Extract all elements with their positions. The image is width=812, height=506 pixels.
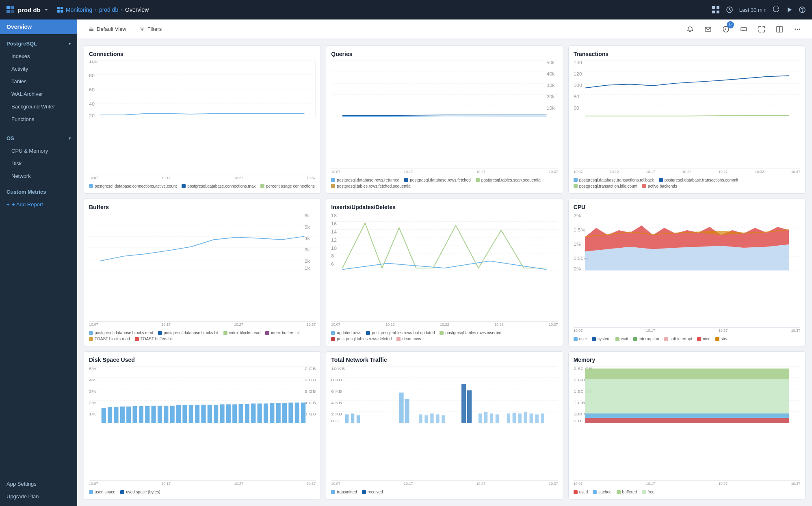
breadcrumb-monitoring[interactable]: Monitoring <box>66 6 92 13</box>
split-view-icon[interactable] <box>773 23 786 36</box>
main-layout: Overview PostgreSQL ▾ Indexes Activity T… <box>0 19 812 506</box>
sidebar-item-functions[interactable]: Functions <box>0 113 77 125</box>
inserts-chart-area: 18 16 14 12 10 8 6 <box>331 214 558 322</box>
disk-space-chart-title: Disk Space Used <box>89 357 316 363</box>
sidebar-item-tables[interactable]: Tables <box>0 75 77 88</box>
dashboard-grid: Connections 100 80 60 40 20 <box>77 39 812 506</box>
queries-svg: 50k 40k 30k 20k 10k <box>331 61 558 117</box>
svg-text:3%: 3% <box>89 389 96 393</box>
svg-text:1k: 1k <box>304 266 310 270</box>
db-dropdown-icon[interactable] <box>44 7 49 12</box>
grid-icon[interactable] <box>712 6 720 14</box>
db-name: prod db <box>18 6 41 13</box>
cpu-legend: user system wait interruption soft inter… <box>574 337 800 341</box>
svg-rect-174 <box>467 391 472 424</box>
svg-text:50k: 50k <box>547 61 555 65</box>
sidebar-item-app-settings[interactable]: App Settings <box>0 478 77 490</box>
play-icon[interactable] <box>786 6 793 13</box>
buffers-svg: 6k 5k 4k 3k 2k 1k <box>89 214 316 270</box>
svg-point-32 <box>797 28 798 30</box>
queries-chart-title: Queries <box>331 51 558 57</box>
refresh-icon[interactable] <box>773 6 780 13</box>
svg-rect-151 <box>276 403 281 424</box>
sidebar-os-section: OS ▾ CPU & Memory Disk Network <box>0 129 77 186</box>
network-x-labels: 10:0710:1710:2710:37 <box>331 481 558 487</box>
sidebar-item-wal-archiver[interactable]: WAL Archiver <box>0 88 77 100</box>
svg-rect-153 <box>288 403 293 424</box>
svg-point-33 <box>799 28 800 30</box>
svg-text:2%: 2% <box>89 400 96 404</box>
svg-text:1 GB: 1 GB <box>574 400 585 404</box>
network-svg: 10 KB 8 KB 6 KB 4 KB 2 KB 0 B <box>331 366 558 423</box>
sidebar-os-header[interactable]: OS ▾ <box>0 132 77 145</box>
svg-rect-146 <box>245 404 249 423</box>
svg-text:10 KB: 10 KB <box>331 366 345 370</box>
topbar: prod db Monitoring › prod db › Overview … <box>0 0 812 19</box>
svg-rect-135 <box>176 405 181 423</box>
svg-rect-9 <box>717 6 719 9</box>
svg-text:18: 18 <box>331 214 337 218</box>
menu-icon <box>89 26 94 32</box>
svg-rect-126 <box>120 407 125 423</box>
sidebar-item-upgrade-plan[interactable]: Upgrade Plan <box>0 490 77 503</box>
connections-chart-area: 100 80 60 40 20 <box>89 61 316 175</box>
os-chevron-icon: ▾ <box>69 136 71 141</box>
svg-rect-132 <box>158 406 162 423</box>
queries-chart-area: 50k 40k 30k 20k 10k <box>331 61 558 169</box>
inserts-x-labels: 10:0710:1210:2210:3210:37 <box>331 322 558 327</box>
sidebar-add-report[interactable]: + + Add Report <box>0 198 77 211</box>
svg-text:10k: 10k <box>547 106 555 110</box>
sidebar-item-background-writer[interactable]: Background Writer <box>0 100 77 113</box>
alert-bell-icon[interactable] <box>684 23 697 36</box>
content-area: Default View Filters 0 <box>77 19 812 506</box>
svg-rect-173 <box>461 384 466 423</box>
svg-text:140: 140 <box>574 61 582 65</box>
breadcrumb-page: Overview <box>125 6 149 13</box>
transactions-legend: postgresql.database.transactions.rollbac… <box>574 178 800 188</box>
app-logo-icon[interactable] <box>6 6 15 14</box>
add-report-plus-icon: + <box>6 201 10 208</box>
memory-chart-area: 2.50 GB 2 GB 1.50 GB 1 GB 500 MB 0 B <box>574 366 800 481</box>
network-chart-card: Total Network Traffic 10 KB 8 KB 6 KB 4 … <box>326 351 563 500</box>
keyboard-icon[interactable] <box>737 23 750 36</box>
buffers-x-labels: 10:0710:1710:2710:37 <box>89 322 316 327</box>
svg-rect-22 <box>705 27 711 31</box>
svg-rect-11 <box>717 11 719 13</box>
history-icon[interactable]: 0 <box>719 23 732 36</box>
sidebar-item-activity[interactable]: Activity <box>0 63 77 75</box>
filters-button[interactable]: Filters <box>136 24 165 34</box>
svg-text:14: 14 <box>331 230 337 234</box>
sidebar-item-disk[interactable]: Disk <box>0 157 77 170</box>
email-icon[interactable] <box>702 23 715 36</box>
fullscreen-icon[interactable] <box>755 23 768 36</box>
inserts-svg: 18 16 14 12 10 8 6 <box>331 214 558 270</box>
svg-text:2 GB: 2 GB <box>574 378 585 382</box>
svg-text:12: 12 <box>331 238 337 242</box>
svg-text:7 GB: 7 GB <box>304 366 316 370</box>
sidebar-item-indexes[interactable]: Indexes <box>0 50 77 63</box>
breadcrumb: Monitoring › prod db › Overview <box>57 6 149 13</box>
more-options-icon[interactable] <box>791 23 804 36</box>
breadcrumb-db[interactable]: prod db <box>99 6 118 13</box>
connections-chart-card: Connections 100 80 60 40 20 <box>84 45 321 194</box>
svg-text:80: 80 <box>574 95 579 99</box>
sidebar-item-overview[interactable]: Overview <box>0 19 77 34</box>
toolbar-right: 0 <box>684 23 804 36</box>
default-view-button[interactable]: Default View <box>85 24 130 34</box>
connections-x-labels: 10:0710:1710:2710:37 <box>89 175 316 181</box>
svg-text:5 GB: 5 GB <box>304 389 316 393</box>
svg-rect-171 <box>399 393 404 423</box>
memory-svg: 2.50 GB 2 GB 1.50 GB 1 GB 500 MB 0 B <box>574 366 800 423</box>
help-icon[interactable] <box>799 6 806 13</box>
cpu-chart-area: 2% 1.5% 1% 0.50% 0% <box>574 214 800 328</box>
cpu-x-labels: 10:0710:1710:2710:37 <box>574 328 800 333</box>
transactions-svg: 140 120 100 80 60 <box>574 61 800 117</box>
sidebar-postgresql-header[interactable]: PostgreSQL ▾ <box>0 37 77 50</box>
svg-rect-129 <box>139 406 143 423</box>
time-range[interactable]: Last 30 min <box>739 7 767 13</box>
svg-rect-154 <box>295 403 299 424</box>
svg-rect-139 <box>201 405 206 423</box>
sidebar-item-cpu-memory[interactable]: CPU & Memory <box>0 145 77 157</box>
sidebar-item-network[interactable]: Network <box>0 170 77 182</box>
svg-text:2 KB: 2 KB <box>331 412 342 416</box>
